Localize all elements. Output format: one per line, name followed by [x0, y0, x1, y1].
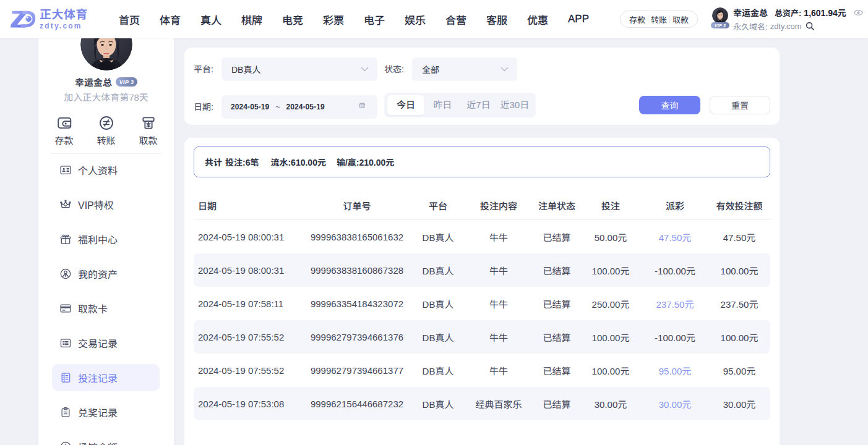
quick-action-withdraw[interactable]: 取款 [130, 115, 167, 146]
date-range-quick-select: 今日 昨日 近7日 近30日 [384, 93, 536, 117]
quick-action-deposit[interactable]: 存款 [46, 115, 83, 146]
column-header-2: 平台 [413, 199, 463, 212]
permanent-domain-label: 永久域名: [733, 20, 768, 32]
nav-item-4[interactable]: 电竞 [282, 12, 303, 27]
sidebar-item-transactions[interactable]: 交易记录 [52, 329, 160, 357]
cell-platform: DB真人 [413, 231, 463, 244]
cell-order-no: 999963838160867328 [301, 265, 413, 276]
cell-content: 经典百家乐 [463, 397, 534, 410]
user-name: 幸运金总 [733, 6, 768, 19]
cell-bet: 100.00元 [580, 331, 642, 344]
cell-content: 牛牛 [463, 231, 534, 244]
cell-bet: 100.00元 [580, 264, 642, 277]
nav-item-10[interactable]: 优惠 [527, 12, 548, 27]
transfer-button[interactable]: 转账 [648, 14, 669, 25]
crown-icon [59, 198, 72, 211]
nav-item-0[interactable]: 首页 [119, 12, 140, 27]
summary-bar: 共计 投注:6笔 流水:610.00元 输/赢:210.00元 [194, 146, 770, 177]
records-panel: 共计 投注:6笔 流水:610.00元 输/赢:210.00元 日期 订单号 平… [184, 138, 780, 445]
nav-item-9[interactable]: 客服 [486, 12, 507, 27]
cell-content: 牛牛 [463, 331, 534, 344]
cell-order-no: 999962797394661376 [301, 332, 413, 342]
user-avatar[interactable] [712, 7, 728, 23]
table-row[interactable]: 2024-05-19 07:53:08 999962156446687232 D… [194, 387, 770, 420]
wallet-withdraw-icon [140, 115, 157, 131]
table-row[interactable]: 2024-05-19 07:58:11 999963354184323072 D… [194, 287, 770, 320]
cell-content: 牛牛 [463, 297, 534, 310]
reset-button[interactable]: 重置 [710, 96, 770, 114]
date-range-7d[interactable]: 近7日 [460, 95, 496, 115]
cell-bet: 250.00元 [580, 297, 642, 310]
venue-balance-icon [59, 441, 72, 445]
date-range-30d[interactable]: 近30日 [497, 95, 533, 115]
sidebar-item-welfare[interactable]: 福利中心 [52, 226, 160, 253]
cell-platform: DB真人 [413, 331, 463, 344]
cell-bet: 30.00元 [580, 397, 642, 410]
cell-bet: 50.00元 [580, 231, 642, 244]
gift-icon [59, 233, 72, 245]
column-header-3: 投注内容 [463, 199, 534, 212]
calendar-icon [359, 102, 369, 112]
cell-valid-bet: 95.00元 [708, 364, 770, 377]
betting-records-page: { "header": { "brand": "正大体育", "brand_do… [0, 0, 868, 445]
nav-item-11[interactable]: APP [568, 13, 589, 25]
nav-item-5[interactable]: 彩票 [323, 12, 344, 27]
deposit-button[interactable]: 存款 [627, 14, 648, 25]
date-range-yesterday[interactable]: 昨日 [424, 95, 460, 115]
sidebar-item-prize-records[interactable]: 兑奖记录 [52, 399, 160, 426]
column-header-6: 派彩 [642, 199, 708, 212]
search-button[interactable] [806, 22, 815, 31]
date-range-today[interactable]: 今日 [387, 95, 424, 115]
column-header-5: 投注 [580, 199, 642, 212]
top-navigation-bar: 正大体育 zdty.com 首页 体育 真人 棋牌 电竞 彩票 电子 娱乐 合营… [0, 0, 868, 38]
sidebar-item-bet-records[interactable]: 投注记录 [52, 364, 160, 391]
table-row[interactable]: 2024-05-19 08:00:31 999963838165061632 D… [194, 220, 770, 253]
cell-status: 已结算 [534, 264, 580, 277]
sidebar-item-assets[interactable]: 我的资产 [52, 260, 160, 287]
sidebar-item-vip[interactable]: VIP特权 [52, 191, 160, 218]
nav-item-6[interactable]: 电子 [364, 12, 385, 27]
cell-status: 已结算 [534, 397, 580, 410]
date-range-input[interactable]: 2024-05-19 ~ 2024-05-19 [221, 95, 377, 119]
table-row[interactable]: 2024-05-19 07:55:52 999962797394661376 D… [194, 320, 770, 354]
summary-winloss: 输/赢:210.00元 [337, 156, 394, 168]
sidebar-item-profile[interactable]: 个人资料 [52, 156, 160, 184]
cell-status: 已结算 [534, 297, 580, 310]
cell-content: 牛牛 [463, 364, 534, 377]
nav-item-8[interactable]: 合营 [445, 12, 466, 27]
nav-item-1[interactable]: 体育 [160, 12, 181, 27]
cell-date: 2024-05-19 07:55:52 [194, 365, 301, 376]
sidebar-item-card[interactable]: 取款卡 [52, 295, 160, 322]
cell-date: 2024-05-19 07:55:52 [194, 332, 301, 342]
platform-select[interactable]: DB真人 [221, 57, 377, 81]
eye-icon [853, 9, 864, 17]
withdraw-button[interactable]: 取款 [670, 14, 691, 25]
table-row[interactable]: 2024-05-19 08:00:31 999963838160867328 D… [194, 253, 770, 287]
cell-order-no: 999963838165061632 [301, 232, 413, 242]
cell-date: 2024-05-19 07:53:08 [194, 399, 301, 409]
toggle-assets-visibility-button[interactable] [853, 9, 864, 17]
divider [51, 153, 161, 154]
main-nav: 首页 体育 真人 棋牌 电竞 彩票 电子 娱乐 合营 客服 优惠 APP [119, 0, 589, 38]
wallet-deposit-icon [56, 115, 72, 131]
vip-badge: VIP 3 [711, 22, 729, 28]
status-select[interactable]: 全部 [412, 57, 517, 81]
brand-domain: zdty.com [40, 22, 88, 30]
brand-logo[interactable]: 正大体育 zdty.com [8, 0, 88, 38]
date-filter-label: 日期: [194, 95, 213, 119]
cell-content: 牛牛 [463, 264, 534, 277]
search-button-main[interactable]: 查询 [639, 96, 700, 114]
cell-order-no: 999963354184323072 [301, 299, 413, 309]
total-assets-value: 1,601.94元 [804, 6, 846, 19]
table-row[interactable]: 2024-05-19 07:55:52 999962797394661377 D… [194, 354, 770, 387]
sidebar-item-venue-balance[interactable]: 场馆余额 [52, 433, 160, 445]
nav-item-7[interactable]: 娱乐 [405, 12, 426, 27]
quick-action-transfer[interactable]: 转账 [88, 115, 125, 146]
nav-item-2[interactable]: 真人 [200, 12, 221, 27]
quick-actions: 存款 转账 取款 [38, 115, 174, 146]
vip-level-badge: VIP 3 [116, 77, 137, 87]
permanent-domain-value: zdty.com [770, 22, 802, 31]
nav-item-3[interactable]: 棋牌 [241, 12, 262, 27]
cell-date: 2024-05-19 08:00:31 [194, 232, 301, 242]
status-filter-label: 状态: [384, 57, 404, 81]
